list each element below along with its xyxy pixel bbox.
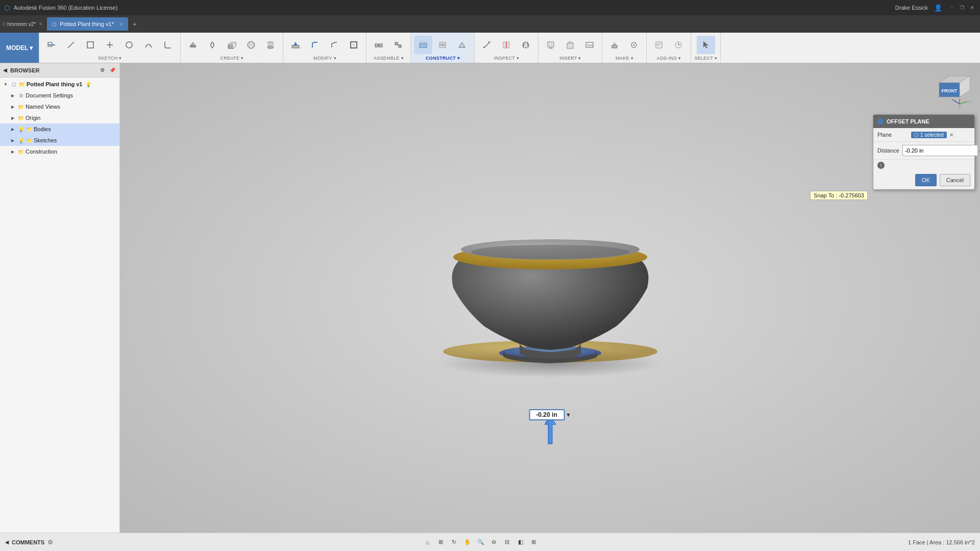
distance-field[interactable] (902, 145, 978, 156)
active-tab[interactable]: ⬡ Potted Plant thing v1* ✕ (47, 17, 128, 31)
decal-btn[interactable] (561, 36, 579, 54)
extrude-btn[interactable] (184, 36, 202, 54)
distance-overlay[interactable]: -0.20 in ▼ (529, 409, 571, 420)
cylinder-btn[interactable] (261, 36, 280, 54)
revolve-btn[interactable] (203, 36, 222, 54)
sketch-rect-btn[interactable] (81, 36, 100, 54)
box-btn[interactable] (223, 36, 241, 54)
make-label[interactable]: MAKE ▾ (616, 56, 633, 61)
sketch-plus-btn[interactable] (101, 36, 119, 54)
addins-mgr-btn[interactable] (669, 36, 688, 54)
status-text: 1 Face | Area : 12.566 in^2 (908, 539, 975, 545)
close-button[interactable]: ✕ (969, 4, 976, 11)
sketch-fillet-btn[interactable] (159, 36, 177, 54)
zoom-in-button[interactable]: 🔍 (475, 537, 486, 548)
home-view-button[interactable]: ⌂ (422, 537, 433, 548)
distance-input[interactable]: -0.20 in (529, 409, 565, 420)
cursor-btn[interactable] (697, 36, 715, 54)
render-mode-button[interactable]: ⊞ (528, 537, 540, 548)
tree-bodies-item[interactable]: ▶ 💡 📁 Bodies (0, 123, 119, 135)
orbit-button[interactable]: ↻ (449, 537, 460, 548)
distance-dropdown-arrow[interactable]: ▼ (566, 412, 571, 418)
comments-expand-icon[interactable]: ◀ (5, 540, 9, 545)
addins-mgr-icon (674, 40, 683, 49)
plane-clear-button[interactable]: ✕ (948, 131, 955, 138)
display-mode-button[interactable]: ◧ (515, 537, 526, 548)
measure-icon (482, 40, 492, 49)
canvas-btn[interactable] (542, 36, 560, 54)
browser-options-icon[interactable]: ⚙ (98, 66, 106, 74)
sketch-circle-btn[interactable] (120, 36, 138, 54)
new-tab-button[interactable]: + (129, 18, 140, 30)
nav-cube[interactable]: FRONT Z X Y (934, 68, 975, 109)
bottom-status-bar: ◀ COMMENTS ⚙ ⌂ ⊞ ↻ ✋ 🔍 ⊖ ⊟ ◧ ⊞ 1 Face | … (0, 533, 980, 551)
select-label[interactable]: SELECT ▾ (694, 56, 717, 61)
viewport[interactable]: -0.20 in ▼ FRONT (120, 63, 980, 533)
construct-label[interactable]: CONSTRUCT ▾ (426, 56, 460, 61)
manufacture-icon (629, 40, 639, 49)
comments-settings-icon[interactable]: ⚙ (47, 539, 53, 546)
3d-print-btn[interactable] (605, 36, 624, 54)
press-pull-btn[interactable] (286, 36, 305, 54)
tab1-close[interactable]: ✕ (39, 21, 43, 27)
docsettings-expand-icon[interactable]: ▶ (9, 92, 16, 99)
bodies-expand-icon[interactable]: ▶ (9, 126, 16, 133)
pan-button[interactable]: ✋ (462, 537, 473, 548)
svg-line-66 (953, 100, 960, 104)
assemble-label[interactable]: ASSEMBLE ▾ (374, 56, 404, 61)
inspect-label[interactable]: INSPECT ▾ (494, 56, 519, 61)
sketch-label[interactable]: SKETCH ▾ (98, 56, 121, 61)
svg-btn[interactable]: SVG (580, 36, 599, 54)
browser-pin-icon[interactable]: 📌 (108, 66, 116, 74)
tab2-close[interactable]: ✕ (119, 21, 123, 27)
ok-button[interactable]: OK (915, 174, 937, 186)
zebra-btn[interactable] (517, 36, 535, 54)
tree-construction-item[interactable]: ▶ 📁 Construction (0, 146, 119, 157)
joint-btn[interactable] (370, 36, 388, 54)
comments-section[interactable]: ◀ COMMENTS ⚙ (5, 539, 53, 546)
insert-label[interactable]: INSERT ▾ (559, 56, 581, 61)
browser-collapse-icon[interactable]: ◀ (3, 67, 7, 73)
joint-icon (374, 40, 383, 49)
origin-expand-icon[interactable]: ▶ (9, 114, 16, 121)
as-built-btn[interactable] (389, 36, 407, 54)
shell-btn[interactable] (345, 36, 363, 54)
tree-root-item[interactable]: ▼ ⬡ 📁 Potted Plant thing v1 💡 (0, 79, 119, 90)
tree-origin-item[interactable]: ▶ 📁 Origin (0, 112, 119, 123)
addins-label[interactable]: ADD-INS ▾ (657, 56, 681, 61)
angle-plane-btn[interactable] (453, 36, 471, 54)
create-label[interactable]: CREATE ▾ (220, 56, 244, 61)
sketch-line-btn[interactable] (62, 36, 80, 54)
cancel-button[interactable]: Cancel (940, 174, 970, 186)
tree-sketches-item[interactable]: ▶ 💡 📁 Sketches (0, 135, 119, 146)
section-btn[interactable] (497, 36, 516, 54)
fit-view-button[interactable]: ⊞ (435, 537, 447, 548)
grid-button[interactable]: ⊟ (502, 537, 513, 548)
chamfer-btn[interactable] (325, 36, 344, 54)
sketch-arc-btn[interactable] (139, 36, 158, 54)
sketch-finish-btn[interactable] (42, 36, 61, 54)
scripts-btn[interactable] (650, 36, 668, 54)
minimize-button[interactable]: − (948, 4, 955, 11)
offset-plane-btn[interactable] (414, 36, 432, 54)
fillet-btn[interactable] (306, 36, 324, 54)
canvas-icon (546, 40, 555, 49)
tab2-label: Potted Plant thing v1* (60, 21, 114, 27)
restore-button[interactable]: ❐ (959, 4, 966, 11)
manufacture-btn[interactable] (625, 36, 643, 54)
measure-btn[interactable] (478, 36, 496, 54)
root-expand-icon[interactable]: ▼ (2, 81, 9, 88)
modify-label[interactable]: MODIFY ▾ (313, 56, 336, 61)
svg-rect-42 (548, 42, 554, 47)
midplane-btn[interactable] (433, 36, 452, 54)
tree-docsettings-item[interactable]: ▶ ⚙ Document Settings (0, 90, 119, 101)
zoom-out-button[interactable]: ⊖ (488, 537, 500, 548)
sketch-arc-icon (144, 40, 153, 49)
sphere-btn[interactable] (242, 36, 260, 54)
sketches-expand-icon[interactable]: ▶ (9, 137, 16, 144)
namedviews-expand-icon[interactable]: ▶ (9, 103, 16, 110)
root-light-icon[interactable]: 💡 (85, 82, 91, 87)
tree-namedviews-item[interactable]: ▶ 📁 Named Views (0, 101, 119, 112)
model-button[interactable]: MODEL ▾ (0, 33, 39, 63)
construction-expand-icon[interactable]: ▶ (9, 148, 16, 155)
